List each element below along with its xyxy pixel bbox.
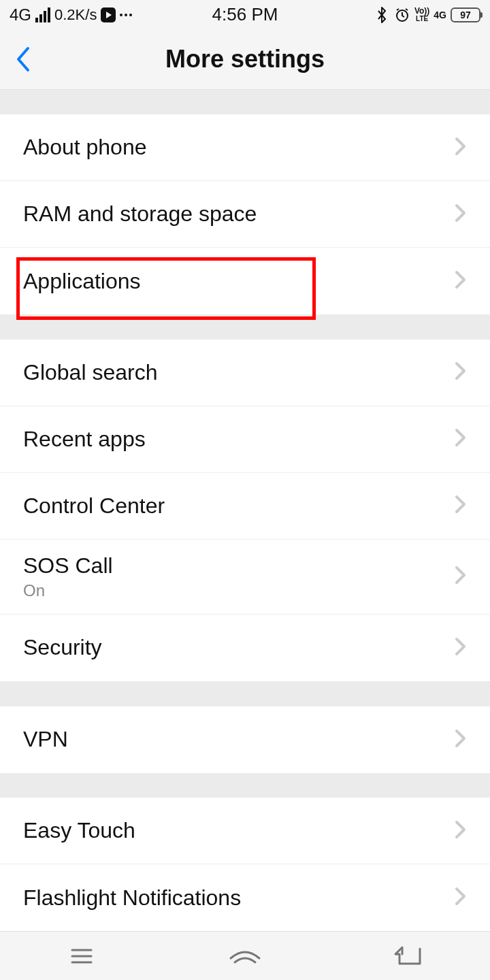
settings-row-applications[interactable]: Applications	[0, 248, 490, 314]
settings-row-sos-call[interactable]: SOS Call On	[0, 540, 490, 615]
settings-group: Easy Touch Flashlight Notifications	[0, 798, 490, 931]
battery-level: 97	[451, 7, 480, 22]
settings-group: VPN	[0, 706, 490, 773]
status-bar: 4G 0.2K/s 4:56 PM Vo)) LTE 4G 97	[0, 0, 490, 30]
chevron-right-icon	[455, 137, 467, 159]
row-label: Security	[23, 635, 102, 660]
row-label: Flashlight Notifications	[23, 885, 241, 911]
row-label: Global search	[23, 360, 157, 385]
chevron-right-icon	[455, 729, 467, 751]
back-icon	[14, 46, 33, 73]
row-label: SOS Call	[23, 553, 113, 578]
chevron-right-icon	[455, 566, 467, 587]
alarm-icon	[394, 7, 410, 23]
status-right: Vo)) LTE 4G 97	[374, 7, 480, 23]
row-label: Applications	[23, 269, 141, 294]
bluetooth-icon	[374, 7, 390, 23]
settings-row-flashlight-notifications[interactable]: Flashlight Notifications	[0, 864, 490, 931]
volte-indicator: Vo)) LTE	[414, 7, 429, 23]
settings-row-global-search[interactable]: Global search	[0, 340, 490, 406]
settings-row-security[interactable]: Security	[0, 615, 490, 681]
battery-indicator: 97	[451, 7, 480, 22]
settings-row-about-phone[interactable]: About phone	[0, 114, 490, 181]
chevron-right-icon	[455, 203, 467, 225]
header: More settings	[0, 30, 490, 90]
chevron-right-icon	[455, 820, 467, 842]
net4g-indicator: 4G	[434, 10, 446, 20]
network-speed: 0.2K/s	[54, 6, 97, 24]
nav-back-button[interactable]	[374, 936, 442, 977]
status-time: 4:56 PM	[212, 4, 278, 25]
chevron-right-icon	[455, 495, 467, 517]
navigation-bar	[0, 931, 490, 980]
chevron-right-icon	[455, 361, 467, 383]
more-dots-icon	[120, 14, 132, 16]
status-left: 4G 0.2K/s	[10, 5, 132, 24]
settings-row-easy-touch[interactable]: Easy Touch	[0, 798, 490, 864]
row-label: RAM and storage space	[23, 201, 257, 227]
settings-group: Global search Recent apps Control Center	[0, 340, 490, 681]
chevron-right-icon	[455, 270, 467, 292]
row-label: Easy Touch	[23, 818, 135, 843]
section-gap	[0, 90, 490, 115]
row-label: About phone	[23, 135, 147, 160]
chevron-right-icon	[455, 637, 467, 659]
settings-group: About phone RAM and storage space Applic…	[0, 114, 490, 314]
nav-home-button[interactable]	[211, 936, 279, 977]
nav-recent-button[interactable]	[48, 936, 116, 977]
signal-icon	[35, 7, 50, 22]
row-sublabel: On	[23, 581, 113, 600]
section-gap	[0, 314, 490, 340]
chevron-right-icon	[455, 887, 467, 909]
settings-row-recent-apps[interactable]: Recent apps	[0, 406, 490, 473]
row-label: VPN	[23, 727, 68, 752]
settings-row-vpn[interactable]: VPN	[0, 706, 490, 773]
settings-row-control-center[interactable]: Control Center	[0, 473, 490, 540]
row-label: Control Center	[23, 493, 165, 519]
network-type: 4G	[10, 5, 31, 24]
page-title: More settings	[165, 45, 325, 74]
back-nav-icon	[393, 945, 424, 968]
home-icon	[228, 945, 262, 968]
menu-icon	[68, 946, 95, 966]
section-gap	[0, 681, 490, 706]
row-label: Recent apps	[23, 427, 146, 452]
settings-row-ram-storage[interactable]: RAM and storage space	[0, 181, 490, 248]
chevron-right-icon	[455, 428, 467, 450]
play-icon	[101, 7, 116, 22]
back-button[interactable]	[0, 29, 48, 89]
section-gap	[0, 773, 490, 798]
